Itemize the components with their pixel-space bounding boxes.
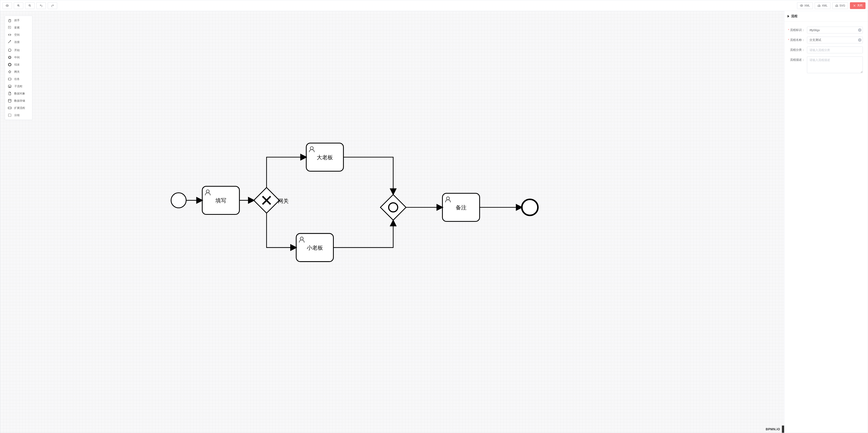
close-button[interactable]: 关闭 xyxy=(850,2,866,9)
palette-expanded[interactable]: 扩展流程 xyxy=(5,104,32,111)
palette-label: 开始 xyxy=(14,48,20,52)
bpmn-diagram[interactable]: 网关 填写 大老板 xyxy=(0,11,784,433)
label-desc: 流程描述： xyxy=(786,57,807,63)
expanded-subprocess-icon xyxy=(8,106,12,110)
bpmn-canvas[interactable]: 网关 填写 大老板 xyxy=(0,11,784,433)
textarea-desc[interactable] xyxy=(807,57,863,73)
clear-icon[interactable] xyxy=(858,38,862,42)
palette-gateway[interactable]: 网关 xyxy=(5,68,32,75)
cloud-download-icon xyxy=(835,4,838,7)
bpmn-exclusive-gateway[interactable]: 网关 xyxy=(254,188,289,213)
preview-button[interactable] xyxy=(2,2,12,9)
svg-rect-20 xyxy=(8,71,11,73)
input-process-name[interactable] xyxy=(807,37,863,43)
palette-task[interactable]: 任务 xyxy=(5,75,32,83)
bpmn-task-label: 小老板 xyxy=(307,245,323,251)
undo-icon xyxy=(39,4,43,7)
toolbar: XML XML SVG 关闭 xyxy=(0,0,868,11)
space-icon xyxy=(8,33,12,37)
bpmn-edge[interactable] xyxy=(267,157,306,188)
bpmn-inclusive-gateway[interactable] xyxy=(380,195,406,220)
view-xml-button[interactable]: XML xyxy=(797,2,813,9)
redo-icon xyxy=(51,4,54,7)
eye-icon xyxy=(6,4,9,7)
palette-label: 扩展流程 xyxy=(14,106,25,110)
input-category[interactable] xyxy=(807,46,863,53)
subprocess-icon xyxy=(8,84,12,88)
palette-label: 数据存储 xyxy=(14,99,25,103)
input-process-id[interactable] xyxy=(807,27,863,33)
close-label: 关闭 xyxy=(857,4,863,7)
palette-hand[interactable]: 抓手 xyxy=(5,17,32,24)
end-event-icon xyxy=(8,63,12,67)
close-icon xyxy=(853,4,856,7)
palette-start[interactable]: 开始 xyxy=(5,46,32,54)
label-process-name: 流程名称： xyxy=(786,37,807,43)
palette-data-object[interactable]: 数据对象 xyxy=(5,90,32,97)
bpmn-task-big-boss[interactable]: 大老板 xyxy=(306,143,344,171)
bpmn-palette: 抓手 套索 空间 连接 开始 中间 结束 网关 任务 子流程 数据对象 数据存储… xyxy=(5,15,32,120)
cloud-download-icon xyxy=(817,4,821,7)
bpmn-gateway-label: 网关 xyxy=(278,198,289,204)
lasso-icon xyxy=(8,26,12,30)
bpmn-task-label: 大老板 xyxy=(317,154,333,160)
bpmn-task-fill[interactable]: 填写 xyxy=(202,186,240,214)
zoom-out-icon xyxy=(28,4,31,7)
download-svg-button[interactable]: SVG xyxy=(832,2,848,9)
bpmn-task-label: 备注 xyxy=(456,204,467,210)
palette-label: 数据对象 xyxy=(14,92,25,96)
eye-icon xyxy=(800,4,803,7)
label-process-id: 流程标识： xyxy=(786,27,807,33)
chevron-right-icon xyxy=(787,15,789,18)
undo-button[interactable] xyxy=(36,2,46,9)
palette-connect[interactable]: 连接 xyxy=(5,38,32,46)
palette-label: 分组 xyxy=(14,113,20,117)
download-svg-label: SVG xyxy=(839,4,845,7)
bpmn-logo: BPMN.iO xyxy=(766,427,780,431)
bpmn-edge[interactable] xyxy=(333,221,393,247)
bpmn-task-remark[interactable]: 备注 xyxy=(442,193,480,221)
palette-label: 空间 xyxy=(14,33,20,37)
redo-button[interactable] xyxy=(48,2,57,9)
palette-end[interactable]: 结束 xyxy=(5,61,32,68)
svg-point-16 xyxy=(8,49,11,52)
svg-point-18 xyxy=(9,57,11,58)
panel-resize-handle[interactable] xyxy=(782,426,784,433)
svg-rect-5 xyxy=(380,195,406,220)
connect-icon xyxy=(8,40,12,44)
bpmn-task-small-boss[interactable]: 小老板 xyxy=(296,234,333,262)
palette-intermediate[interactable]: 中间 xyxy=(5,54,32,61)
palette-label: 结束 xyxy=(14,63,20,67)
zoom-in-button[interactable] xyxy=(14,2,23,9)
properties-panel: 流程 流程标识： 流程名称： xyxy=(784,11,868,433)
zoom-out-button[interactable] xyxy=(25,2,35,9)
palette-lasso[interactable]: 套索 xyxy=(5,24,32,31)
palette-label: 套索 xyxy=(14,26,20,30)
palette-label: 网关 xyxy=(14,70,20,74)
svg-rect-21 xyxy=(8,78,11,80)
palette-space[interactable]: 空间 xyxy=(5,31,32,38)
bpmn-edge[interactable] xyxy=(267,213,296,247)
palette-label: 中间 xyxy=(14,56,20,59)
hand-icon xyxy=(8,18,12,22)
bpmn-edge[interactable] xyxy=(343,157,393,195)
svg-point-24 xyxy=(8,99,11,100)
palette-group[interactable]: 分组 xyxy=(5,111,32,119)
bpmn-end-event[interactable] xyxy=(522,199,538,215)
panel-title: 流程 xyxy=(791,14,798,18)
palette-subprocess[interactable]: 子流程 xyxy=(5,83,32,90)
download-xml-button[interactable]: XML xyxy=(815,2,831,9)
palette-label: 抓手 xyxy=(14,19,20,22)
gateway-icon xyxy=(8,70,12,74)
label-category: 流程分类： xyxy=(786,46,807,53)
palette-data-store[interactable]: 数据存储 xyxy=(5,97,32,104)
bpmn-start-event[interactable] xyxy=(171,193,186,208)
bpmn-task-label: 填写 xyxy=(215,197,226,203)
svg-rect-26 xyxy=(8,114,11,116)
clear-icon[interactable] xyxy=(858,29,862,32)
download-xml-label: XML xyxy=(822,4,828,7)
svg-point-3 xyxy=(801,5,802,6)
palette-label: 子流程 xyxy=(14,85,22,88)
svg-rect-25 xyxy=(8,107,11,109)
panel-header[interactable]: 流程 xyxy=(784,11,868,22)
